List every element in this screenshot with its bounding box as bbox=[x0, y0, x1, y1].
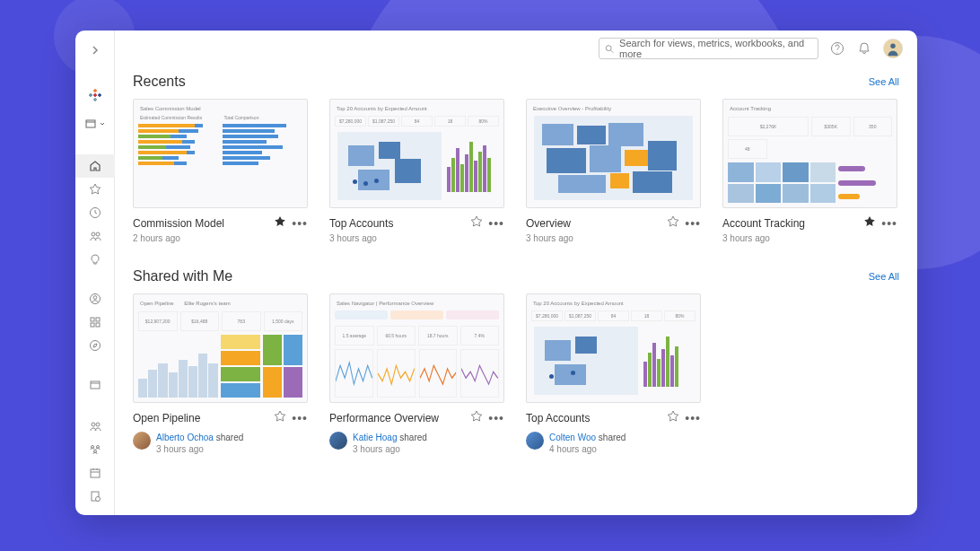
card-top-accounts-shared[interactable]: Top 20 Accounts by Expected Amount $7,28… bbox=[526, 293, 701, 455]
sidebar-item-favorites[interactable] bbox=[75, 178, 115, 201]
shared-row: Open Pipeline Ellie Rogers's team $12,90… bbox=[133, 293, 899, 455]
more-icon[interactable]: ••• bbox=[488, 216, 504, 231]
card-title: Top Accounts bbox=[526, 412, 590, 424]
sharer-avatar bbox=[526, 432, 544, 450]
thumbnail: Top 20 Accounts by Expected Amount $7,28… bbox=[329, 99, 504, 208]
sidebar-item-recommendations[interactable] bbox=[75, 248, 115, 271]
star-icon[interactable] bbox=[863, 215, 876, 232]
card-subtitle: 3 hours ago bbox=[722, 233, 897, 243]
sharer-name[interactable]: Alberto Ochoa bbox=[156, 433, 214, 442]
recents-header: Recents See All bbox=[133, 74, 899, 90]
sharer-name[interactable]: Katie Hoag bbox=[353, 433, 397, 442]
sidebar-item-jobs[interactable] bbox=[75, 485, 115, 508]
card-title: Open Pipeline bbox=[133, 412, 200, 424]
thumbnail: Sales Commission Model Estimated Commiss… bbox=[133, 99, 308, 208]
content-area: Recents See All Sales Commission Model E… bbox=[115, 66, 917, 515]
card-subtitle: 3 hours ago bbox=[526, 233, 701, 243]
sidebar-item-schedules[interactable] bbox=[75, 461, 115, 485]
more-icon[interactable]: ••• bbox=[292, 216, 308, 231]
card-overview[interactable]: Executive Overview - Profitability bbox=[526, 99, 701, 243]
sharer-avatar bbox=[329, 432, 347, 450]
svg-point-34 bbox=[890, 44, 895, 48]
sharer-name[interactable]: Colten Woo bbox=[549, 433, 596, 442]
thumbnail: Executive Overview - Profitability bbox=[526, 99, 701, 208]
svg-rect-17 bbox=[96, 318, 100, 321]
card-subtitle: 2 hours ago bbox=[133, 233, 308, 243]
svg-line-31 bbox=[611, 50, 614, 53]
thumbnail: Top 20 Accounts by Expected Amount $7,28… bbox=[526, 293, 701, 403]
sidebar-item-personal[interactable] bbox=[75, 287, 115, 310]
card-title: Overview bbox=[526, 217, 571, 230]
card-commission-model[interactable]: Sales Commission Model Estimated Commiss… bbox=[133, 99, 308, 243]
shared-word: shared bbox=[399, 433, 427, 442]
shared-time: 4 hours ago bbox=[549, 443, 626, 455]
thumbnail: Sales Navigator | Performance Overview 1… bbox=[329, 293, 504, 403]
recents-see-all[interactable]: See All bbox=[869, 76, 899, 87]
more-icon[interactable]: ••• bbox=[685, 216, 701, 231]
svg-point-23 bbox=[96, 423, 100, 426]
expand-sidebar-button[interactable] bbox=[75, 36, 115, 65]
sidebar-item-explore[interactable] bbox=[75, 334, 115, 357]
star-icon[interactable] bbox=[470, 410, 483, 426]
shared-word: shared bbox=[216, 433, 244, 442]
sidebar-item-home[interactable] bbox=[75, 154, 115, 178]
svg-point-12 bbox=[92, 232, 95, 236]
more-icon[interactable]: ••• bbox=[685, 411, 701, 425]
sharer-avatar bbox=[133, 432, 151, 450]
sidebar bbox=[75, 31, 115, 515]
sidebar-item-shared[interactable] bbox=[75, 224, 115, 248]
sidebar-item-groups[interactable] bbox=[75, 438, 115, 461]
star-icon[interactable] bbox=[667, 410, 679, 426]
shared-word: shared bbox=[599, 433, 626, 442]
shared-title: Shared with Me bbox=[133, 268, 232, 284]
svg-point-22 bbox=[92, 423, 95, 426]
card-top-accounts[interactable]: Top 20 Accounts by Expected Amount $7,28… bbox=[329, 99, 504, 243]
new-button[interactable] bbox=[75, 109, 115, 138]
svg-rect-19 bbox=[96, 323, 100, 327]
card-open-pipeline[interactable]: Open Pipeline Ellie Rogers's team $12,90… bbox=[133, 293, 308, 455]
card-title: Account Tracking bbox=[722, 217, 805, 230]
more-icon[interactable]: ••• bbox=[488, 411, 504, 425]
svg-rect-10 bbox=[86, 120, 95, 127]
more-icon[interactable]: ••• bbox=[292, 411, 308, 425]
star-icon[interactable] bbox=[274, 215, 286, 232]
svg-point-30 bbox=[606, 45, 611, 50]
user-avatar[interactable] bbox=[883, 39, 903, 58]
star-icon[interactable] bbox=[470, 215, 483, 232]
shared-time: 3 hours ago bbox=[156, 443, 243, 455]
thumbnail: Account Tracking $2,276K $305K 350 48 bbox=[722, 99, 897, 208]
help-button[interactable] bbox=[829, 40, 845, 57]
notifications-button[interactable] bbox=[856, 40, 872, 57]
app-window: Search for views, metrics, workbooks, an… bbox=[75, 31, 917, 515]
shared-time: 3 hours ago bbox=[353, 443, 427, 455]
svg-point-29 bbox=[95, 497, 100, 502]
shared-see-all[interactable]: See All bbox=[869, 271, 899, 282]
svg-rect-21 bbox=[91, 381, 100, 389]
card-performance-overview[interactable]: Sales Navigator | Performance Overview 1… bbox=[329, 293, 504, 455]
recents-title: Recents bbox=[133, 74, 186, 90]
star-icon[interactable] bbox=[667, 215, 679, 232]
tableau-logo-icon[interactable] bbox=[75, 81, 115, 109]
svg-point-13 bbox=[96, 232, 100, 236]
card-subtitle: 3 hours ago bbox=[329, 233, 504, 243]
svg-rect-27 bbox=[91, 469, 100, 477]
star-icon[interactable] bbox=[274, 410, 286, 426]
card-title: Top Accounts bbox=[329, 217, 393, 230]
topbar: Search for views, metrics, workbooks, an… bbox=[115, 31, 917, 66]
svg-point-15 bbox=[93, 296, 97, 300]
sidebar-item-external[interactable] bbox=[75, 373, 115, 397]
svg-rect-18 bbox=[91, 323, 94, 327]
main-panel: Search for views, metrics, workbooks, an… bbox=[115, 31, 917, 515]
svg-rect-16 bbox=[91, 318, 94, 321]
svg-point-20 bbox=[90, 341, 100, 351]
search-input[interactable]: Search for views, metrics, workbooks, an… bbox=[599, 38, 818, 59]
shared-header: Shared with Me See All bbox=[133, 268, 899, 284]
more-icon[interactable]: ••• bbox=[881, 216, 897, 231]
sidebar-item-users[interactable] bbox=[75, 415, 115, 438]
search-icon bbox=[605, 44, 614, 54]
card-account-tracking[interactable]: Account Tracking $2,276K $305K 350 48 bbox=[722, 99, 897, 243]
sidebar-item-collections[interactable] bbox=[75, 310, 115, 334]
card-title: Commission Model bbox=[133, 217, 224, 230]
thumbnail: Open Pipeline Ellie Rogers's team $12,90… bbox=[133, 293, 308, 403]
sidebar-item-recents[interactable] bbox=[75, 201, 115, 224]
